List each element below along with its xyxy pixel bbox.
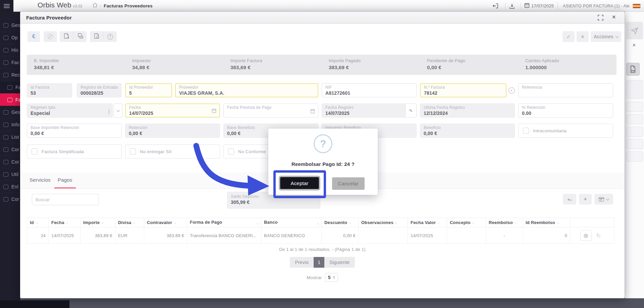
col-banco[interactable]: Banco↑↓: [261, 218, 322, 227]
session-label: ASIENTO POR FACTURA (1) - Ale...: [563, 4, 629, 8]
hierarchy-icon: [3, 36, 8, 40]
close-icon[interactable]: ✕: [632, 43, 636, 48]
modal-header: Factura Proveedor ✕: [20, 12, 625, 24]
add-row-button[interactable]: +: [579, 194, 592, 205]
panel-button[interactable]: [626, 139, 643, 149]
close-icon[interactable]: ✕: [612, 14, 616, 20]
sidebar-item-conexiones[interactable]: Cor: [0, 156, 20, 168]
plus-icon: +: [584, 196, 587, 202]
field-id-factura: Id Factura53: [27, 83, 72, 97]
search-input[interactable]: [32, 194, 99, 205]
download-icon[interactable]: [509, 0, 515, 12]
tab-pagos[interactable]: Pagos: [58, 177, 72, 183]
regimen-dropdown-button[interactable]: [114, 103, 122, 118]
col-importe[interactable]: Importe↑↓: [80, 218, 115, 227]
new-document-button[interactable]: [60, 31, 73, 42]
acciones-dropdown[interactable]: Acciones: [591, 31, 621, 42]
language-flag-icon[interactable]: [633, 3, 641, 8]
prev-page-button[interactable]: Previo: [290, 257, 314, 268]
summary-importe-pagado: Importe Pagado383,69 €: [322, 55, 420, 75]
field-fecha-prevista[interactable]: Fecha Prevista de Pago: [223, 103, 318, 118]
checkbox[interactable]: [523, 128, 529, 134]
cash-register-icon: [3, 110, 8, 115]
col-observaciones[interactable]: Observaciones↑↓: [359, 218, 408, 227]
sidebar-item-facturacion[interactable]: Fac: [0, 56, 20, 69]
sidebar-subitem-facturas-1[interactable]: Fa: [0, 81, 20, 93]
col-fecha-valor[interactable]: Fecha Valor↑↓: [408, 218, 447, 227]
sidebar-item-recibos[interactable]: Rec: [0, 69, 20, 81]
page-size-select[interactable]: 5 ▲▼: [325, 273, 338, 282]
next-page-button[interactable]: Siguiente: [324, 257, 355, 268]
sidebar-item-gestion[interactable]: Ges: [0, 19, 20, 31]
help-button[interactable]: ?: [103, 31, 117, 42]
col-descuento[interactable]: Descuento↑↓: [322, 218, 359, 227]
sidebar-item-utilidades[interactable]: Util: [0, 168, 20, 180]
print-document-button[interactable]: [73, 31, 87, 42]
euro-button[interactable]: €: [28, 31, 40, 42]
field-id-proveedor[interactable]: Id Proveedor5: [125, 83, 172, 97]
col-divisa[interactable]: Divisa↑↓: [115, 218, 144, 227]
checkbox-factura-simplificada[interactable]: Factura Simplificada: [27, 144, 122, 159]
summary-pendiente-pago: Pendiente de Pago0,00 €: [420, 55, 518, 75]
checkbox-intracomunitaria[interactable]: Intracomunitaria: [518, 124, 613, 138]
edit-fecha-registro-button[interactable]: ✎: [405, 103, 417, 118]
refund-payment-button[interactable]: ↻: [593, 230, 604, 241]
panel-button[interactable]: [626, 80, 643, 99]
menu-toggle[interactable]: [0, 0, 13, 12]
sidebar-item-configuracion[interactable]: Cor: [0, 193, 20, 205]
field-referencia[interactable]: Referencia: [518, 83, 613, 97]
table-row[interactable]: 24 14/07/2025 383,69 € EUR 383,69 € Tran…: [27, 227, 614, 244]
col-forma-pago[interactable]: Forma de Pago↑↓: [187, 218, 261, 227]
sidebar-item-informes[interactable]: Info: [0, 118, 20, 131]
col-id[interactable]: Id↑↓: [27, 218, 49, 227]
checkbox-no-entregar-sii[interactable]: No entregar SII: [125, 144, 220, 159]
panel-button[interactable]: [626, 127, 643, 137]
pdf-icon[interactable]: PDF: [626, 63, 640, 76]
accept-button[interactable]: Aceptar: [279, 176, 320, 190]
checkbox[interactable]: [228, 148, 234, 155]
field-proveedor[interactable]: ProveedorVIAJES GRAM, S.A.: [175, 83, 318, 97]
field-base-imponible-retencion[interactable]: Base Imponible Retención0,00 €: [27, 124, 122, 138]
tab-servicios[interactable]: Servicios: [30, 177, 51, 183]
field-fecha[interactable]: Fecha14/07/2025: [125, 103, 220, 118]
link-icon: [3, 185, 8, 189]
col-concepto[interactable]: Concepto↑↓: [447, 218, 486, 227]
sidebar-item-correcciones[interactable]: Cor: [0, 143, 20, 156]
panel-button[interactable]: [626, 114, 643, 124]
checkbox[interactable]: [32, 148, 38, 155]
sort-icon: ↑↓: [515, 221, 516, 225]
col-reembolso[interactable]: Reembolso↑↓: [486, 218, 523, 227]
panel-button[interactable]: [626, 151, 643, 162]
pagination: Previo 1 Siguiente: [20, 257, 625, 268]
col-contravalor[interactable]: Contravalor↑↓: [144, 218, 187, 227]
panel-button[interactable]: [626, 102, 643, 112]
field-pct-retencion[interactable]: % Retención0.00: [518, 103, 613, 118]
sidebar-item-historico[interactable]: His: [0, 44, 20, 56]
forbidden-button[interactable]: [44, 31, 57, 42]
checkbox[interactable]: [130, 148, 136, 155]
logout-icon[interactable]: [492, 0, 499, 12]
send-icon[interactable]: [626, 22, 643, 39]
add-concept-button[interactable]: +c: [563, 194, 576, 205]
cancel-button[interactable]: Cancelar: [332, 177, 365, 190]
sidebar-subitem-facturas-proveedores[interactable]: Fa: [0, 93, 20, 106]
col-id-reembolso[interactable]: Id Reembolso↑↓: [523, 218, 570, 227]
view-payment-button[interactable]: ◎: [580, 230, 592, 241]
fullscreen-icon[interactable]: [598, 15, 603, 22]
col-fecha[interactable]: Fecha↑↓: [49, 218, 80, 227]
home-icon[interactable]: [93, 3, 98, 9]
field-num-factura[interactable]: N.º Factura78142: [420, 83, 506, 97]
field-regimen-impuesto[interactable]: Régimen Ipto.Especial: [27, 103, 113, 118]
session-menu[interactable]: ASIENTO POR FACTURA (1) - Ale...: [563, 0, 629, 12]
attach-document-button[interactable]: [90, 31, 103, 42]
columns-dropdown[interactable]: [594, 194, 613, 205]
calendar-date[interactable]: 17/07/2025: [524, 0, 554, 12]
sidebar-item-enlaces[interactable]: Enl: [0, 180, 20, 193]
sidebar-item-gestion-caja[interactable]: Ges: [0, 106, 20, 118]
confirm-button[interactable]: ✓: [562, 31, 575, 42]
current-page-button[interactable]: 1: [314, 257, 324, 268]
sidebar-item-operaciones[interactable]: Op: [0, 31, 20, 44]
sidebar-item-listados[interactable]: List: [0, 131, 20, 143]
discard-button[interactable]: ✕: [577, 31, 589, 42]
field-nif[interactable]: NIFA81272601: [322, 83, 417, 97]
